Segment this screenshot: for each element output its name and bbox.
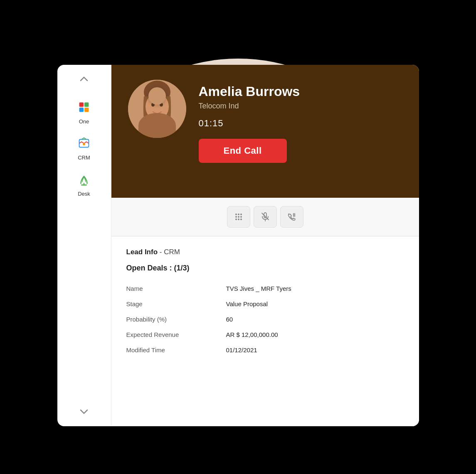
field-value: TVS Jives _ MRF Tyers [226, 281, 404, 296]
svg-point-12 [160, 103, 163, 106]
keypad-button[interactable] [227, 206, 250, 228]
svg-point-23 [240, 219, 242, 220]
hold-button[interactable] [280, 206, 303, 228]
main-window: One CRM [57, 65, 419, 426]
call-info: Amelia Burrows Telocom Ind 01:15 End Cal… [199, 80, 402, 163]
sidebar-item-desk-label: Desk [78, 191, 90, 197]
svg-rect-0 [79, 102, 84, 106]
svg-point-18 [235, 216, 237, 218]
field-label: Stage [126, 296, 226, 312]
main-content: Amelia Burrows Telocom Ind 01:15 End Cal… [111, 65, 419, 426]
section-title: Lead Info - CRM [126, 248, 404, 256]
sidebar-item-crm[interactable]: CRM [57, 130, 111, 166]
svg-rect-13 [153, 118, 161, 126]
table-row: Expected Revenue AR $ 12,00,000.00 [126, 327, 404, 342]
field-label: Name [126, 281, 226, 296]
sidebar: One CRM [57, 65, 111, 426]
field-value: 01/12/2021 [226, 342, 404, 358]
svg-point-20 [240, 216, 242, 218]
field-value: AR $ 12,00,000.00 [226, 327, 404, 342]
avatar [128, 80, 186, 138]
section-title-sub: - CRM [160, 248, 180, 256]
controls-bar [111, 198, 419, 236]
call-header: Amelia Burrows Telocom Ind 01:15 End Cal… [111, 65, 419, 198]
svg-rect-2 [79, 107, 84, 111]
svg-point-5 [83, 143, 85, 145]
caller-name: Amelia Burrows [199, 84, 402, 99]
svg-point-10 [146, 93, 169, 120]
svg-point-16 [238, 214, 239, 215]
svg-rect-3 [84, 107, 89, 111]
field-label: Expected Revenue [126, 327, 226, 342]
svg-point-21 [235, 219, 237, 220]
caller-company: Telocom Ind [199, 102, 402, 111]
table-row: Stage Value Proposal [126, 296, 404, 312]
field-value: 60 [226, 312, 404, 327]
svg-point-22 [238, 219, 239, 220]
mute-button[interactable] [254, 206, 277, 228]
svg-point-15 [235, 214, 237, 215]
svg-point-11 [151, 103, 155, 106]
section-title-bold: Lead Info [126, 248, 158, 256]
svg-point-17 [240, 214, 242, 215]
sidebar-chevron-down[interactable] [76, 404, 91, 420]
sidebar-chevron-up[interactable] [76, 71, 91, 87]
field-label: Modified Time [126, 342, 226, 358]
one-icon [75, 98, 93, 116]
sidebar-item-desk[interactable]: Desk [57, 166, 111, 202]
crm-icon [75, 135, 93, 152]
sidebar-item-crm-label: CRM [78, 155, 90, 161]
svg-point-14 [142, 125, 172, 138]
table-row: Probability (%) 60 [126, 312, 404, 327]
svg-rect-1 [84, 102, 89, 106]
field-label: Probability (%) [126, 312, 226, 327]
sidebar-item-one[interactable]: One [57, 93, 111, 130]
table-row: Name TVS Jives _ MRF Tyers [126, 281, 404, 296]
table-row: Modified Time 01/12/2021 [126, 342, 404, 358]
info-panel: Lead Info - CRM Open Deals : (1/3) Name … [111, 236, 419, 426]
end-call-button[interactable]: End Call [199, 139, 287, 163]
field-value: Value Proposal [226, 296, 404, 312]
deals-table: Name TVS Jives _ MRF Tyers Stage Value P… [126, 281, 404, 358]
sidebar-item-one-label: One [79, 118, 89, 125]
call-timer: 01:15 [199, 118, 402, 129]
deals-title: Open Deals : (1/3) [126, 264, 404, 273]
desk-icon [75, 171, 93, 188]
svg-point-19 [238, 216, 239, 218]
